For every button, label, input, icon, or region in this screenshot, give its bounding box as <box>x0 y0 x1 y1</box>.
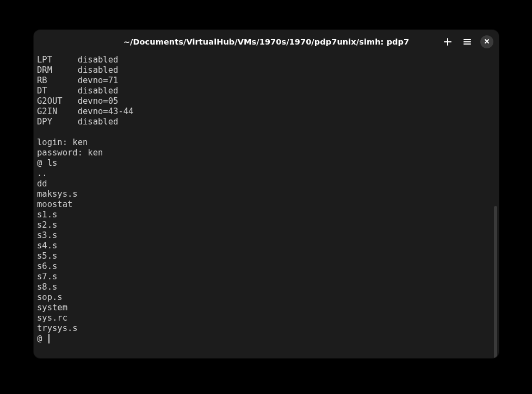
terminal-line: s1.s <box>37 210 494 220</box>
close-icon <box>484 38 490 46</box>
terminal-line: s2.s <box>37 220 494 230</box>
terminal-content: LPT disabledDRM disabledRB devno=71DT di… <box>37 55 494 344</box>
terminal-line: LPT disabled <box>37 55 494 65</box>
terminal-window: ~/Documents/VirtualHub/VMs/1970s/1970/pd… <box>34 30 499 358</box>
menu-button[interactable] <box>461 35 474 48</box>
terminal-line: s7.s <box>37 272 494 282</box>
terminal-line: s3.s <box>37 230 494 241</box>
terminal-line: login: ken <box>37 137 494 148</box>
terminal-line: DPY disabled <box>37 117 494 127</box>
close-button[interactable] <box>480 35 493 48</box>
terminal-prompt: @ <box>37 334 47 343</box>
terminal-line: s8.s <box>37 282 494 292</box>
terminal-line: .. <box>37 168 494 179</box>
titlebar: ~/Documents/VirtualHub/VMs/1970s/1970/pd… <box>34 30 499 54</box>
terminal-line: moostat <box>37 199 494 210</box>
terminal-line: s6.s <box>37 261 494 272</box>
terminal-line: @ ls <box>37 158 494 168</box>
window-controls <box>441 35 493 48</box>
terminal-line: password: ken <box>37 148 494 158</box>
terminal-line: sys.rc <box>37 313 494 323</box>
terminal-line: dd <box>37 179 494 189</box>
terminal-line: sop.s <box>37 292 494 303</box>
terminal-line: G2IN devno=43-44 <box>37 107 494 117</box>
terminal-line: s4.s <box>37 241 494 251</box>
hamburger-icon <box>463 37 472 46</box>
terminal-line: maksys.s <box>37 189 494 199</box>
window-title: ~/Documents/VirtualHub/VMs/1970s/1970/pd… <box>123 37 410 46</box>
terminal-line: RB devno=71 <box>37 76 494 86</box>
terminal-line: trysys.s <box>37 323 494 334</box>
terminal-line: s5.s <box>37 251 494 261</box>
terminal-cursor <box>48 334 50 343</box>
terminal-line: system <box>37 303 494 313</box>
new-tab-button[interactable] <box>441 35 454 48</box>
terminal-prompt-line: @ <box>37 334 494 344</box>
terminal-line: G2OUT devno=05 <box>37 96 494 107</box>
terminal-body[interactable]: LPT disabledDRM disabledRB devno=71DT di… <box>34 54 499 358</box>
terminal-line: DRM disabled <box>37 65 494 76</box>
terminal-line: DT disabled <box>37 86 494 96</box>
plus-icon <box>443 37 452 46</box>
terminal-line <box>37 127 494 137</box>
scrollbar[interactable] <box>494 206 497 358</box>
